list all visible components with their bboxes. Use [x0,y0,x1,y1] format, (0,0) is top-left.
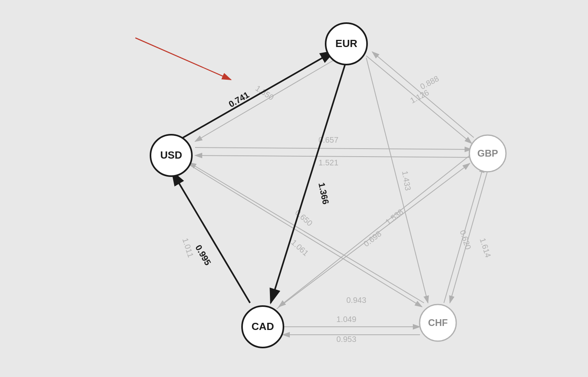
node-label-gbp: GBP [477,148,498,159]
label-dim-0943: 0.943 [346,296,366,304]
node-label-chf: CHF [428,317,447,328]
label-chf-cad: 0.953 [336,335,356,344]
node-label-usd: USD [160,149,182,161]
label-cad-chf: 1.049 [336,315,356,324]
label-gbp-usd: 1.521 [318,158,338,167]
node-label-eur: EUR [336,37,357,49]
svg-rect-3 [0,0,588,377]
currency-graph: 0.888 1.126 1.433 1.614 0.620 0.657 1.52… [0,0,588,377]
node-label-cad: CAD [252,320,274,332]
